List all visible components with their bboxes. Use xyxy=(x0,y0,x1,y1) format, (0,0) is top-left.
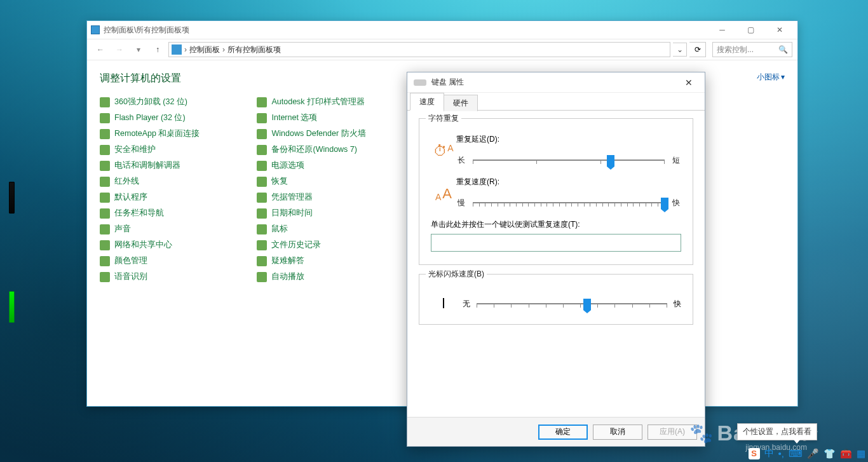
ok-button[interactable]: 确定 xyxy=(538,425,588,440)
item-icon xyxy=(100,113,110,123)
up-button[interactable]: ↑ xyxy=(149,41,166,58)
address-history-dropdown[interactable]: ⌄ xyxy=(673,43,687,57)
repeat-rate-slider[interactable] xyxy=(473,195,665,210)
control-panel-item[interactable]: 凭据管理器 xyxy=(257,192,365,203)
item-icon xyxy=(257,193,267,203)
control-panel-item[interactable]: 恢复 xyxy=(257,176,365,187)
item-icon xyxy=(257,177,267,187)
item-label: 备份和还原(Windows 7) xyxy=(271,144,356,155)
tray-person-icon[interactable]: 👕 xyxy=(824,448,836,459)
item-label: 日期和时间 xyxy=(271,208,313,219)
control-panel-item[interactable]: 疑难解答 xyxy=(257,255,365,266)
item-icon xyxy=(257,97,267,107)
item-label: 电话和调制解调器 xyxy=(114,160,180,171)
keyboard-properties-dialog: 键盘 属性 ✕ 速度 硬件 字符重复 ⏱A 重复延迟(D): 长 xyxy=(407,72,705,447)
control-panel-item[interactable]: Autodesk 打印样式管理器 xyxy=(257,97,365,107)
item-label: 默认程序 xyxy=(114,192,147,203)
control-panel-item[interactable]: 红外线 xyxy=(100,176,200,187)
control-panel-item[interactable]: Windows Defender 防火墙 xyxy=(257,128,365,139)
control-panel-item[interactable]: 鼠标 xyxy=(257,224,365,234)
item-label: 鼠标 xyxy=(271,224,288,234)
cursor-blink-slider[interactable] xyxy=(477,296,667,311)
item-icon xyxy=(100,161,110,171)
address-bar[interactable]: › 控制面板 › 所有控制面板项 xyxy=(168,42,670,57)
control-panel-item[interactable]: 日期和时间 xyxy=(257,208,365,219)
cancel-button[interactable]: 取消 xyxy=(593,425,642,440)
tray-punct-icon[interactable]: •, xyxy=(778,448,784,459)
system-tray: S 中 •, ⌨ 🎤 👕 🧰 ▦ xyxy=(749,447,865,459)
item-icon xyxy=(100,193,110,203)
item-icon xyxy=(257,113,267,123)
recent-dropdown[interactable]: ▾ xyxy=(130,41,147,58)
tray-keyboard-icon[interactable]: ⌨ xyxy=(789,448,803,459)
item-icon xyxy=(257,161,267,171)
item-icon xyxy=(257,145,267,155)
test-repeat-input[interactable] xyxy=(431,234,681,252)
desktop-gadget-cpu xyxy=(9,182,15,214)
items-column-1: 360强力卸载 (32 位)Flash Player (32 位)RemoteA… xyxy=(100,97,200,282)
close-button[interactable]: ✕ xyxy=(765,21,794,39)
item-icon xyxy=(257,129,267,139)
control-panel-item[interactable]: 语音识别 xyxy=(100,271,200,282)
test-repeat-label: 单击此处并按住一个键以便测试重复速度(T): xyxy=(431,219,681,230)
slider-max-label: 快 xyxy=(671,198,681,208)
tab-hardware[interactable]: 硬件 xyxy=(444,95,478,111)
tab-speed[interactable]: 速度 xyxy=(410,93,444,111)
control-panel-item[interactable]: 自动播放 xyxy=(257,271,365,282)
item-label: 360强力卸载 (32 位) xyxy=(114,97,187,107)
item-icon xyxy=(100,97,110,107)
dialog-close-button[interactable]: ✕ xyxy=(679,78,698,88)
item-icon xyxy=(257,256,267,266)
maximize-button[interactable]: ▢ xyxy=(736,21,765,39)
item-icon xyxy=(257,272,267,282)
search-placeholder: 搜索控制... xyxy=(717,44,754,55)
item-label: 颜色管理 xyxy=(114,255,147,266)
item-label: RemoteApp 和桌面连接 xyxy=(114,128,200,139)
ime-language-icon[interactable]: 中 xyxy=(764,447,774,459)
cursor-preview xyxy=(431,298,456,310)
tray-tools-icon[interactable]: 🧰 xyxy=(840,448,852,459)
item-label: 任务栏和导航 xyxy=(114,208,164,219)
breadcrumb[interactable]: 控制面板 xyxy=(187,44,222,55)
ime-tooltip[interactable]: 个性设置，点我看看 xyxy=(737,423,817,440)
item-icon xyxy=(100,208,110,219)
title-bar[interactable]: 控制面板\所有控制面板项 ─ ▢ ✕ xyxy=(87,21,797,39)
control-panel-item[interactable]: 文件历史记录 xyxy=(257,240,365,250)
ime-indicator-icon[interactable]: S xyxy=(749,448,760,459)
repeat-delay-slider[interactable] xyxy=(473,153,665,168)
control-panel-item[interactable]: 安全和维护 xyxy=(100,144,200,155)
control-panel-item[interactable]: 备份和还原(Windows 7) xyxy=(257,144,365,155)
back-button[interactable]: ← xyxy=(92,41,109,58)
view-mode-selector[interactable]: 小图标 xyxy=(757,72,785,83)
search-input[interactable]: 搜索控制... 🔍 xyxy=(712,42,792,57)
minimize-button[interactable]: ─ xyxy=(708,21,736,39)
control-panel-item[interactable]: 电源选项 xyxy=(257,160,365,171)
dialog-title-bar[interactable]: 键盘 属性 ✕ xyxy=(407,72,705,93)
control-panel-item[interactable]: 默认程序 xyxy=(100,192,200,203)
control-panel-item[interactable]: 电话和调制解调器 xyxy=(100,160,200,171)
control-panel-item[interactable]: 声音 xyxy=(100,224,200,234)
repeat-delay-label: 重复延迟(D): xyxy=(456,134,681,145)
control-panel-item[interactable]: RemoteApp 和桌面连接 xyxy=(100,128,200,139)
repeat-rate-icon: AA xyxy=(431,186,456,202)
control-panel-item[interactable]: 360强力卸载 (32 位) xyxy=(100,97,200,107)
item-label: 凭据管理器 xyxy=(271,192,313,203)
control-panel-item[interactable]: Internet 选项 xyxy=(257,112,365,123)
control-panel-item[interactable]: 任务栏和导航 xyxy=(100,208,200,219)
item-label: 疑难解答 xyxy=(271,255,304,266)
item-label: 语音识别 xyxy=(114,271,147,282)
forward-button[interactable]: → xyxy=(111,41,128,58)
breadcrumb[interactable]: 所有控制面板项 xyxy=(225,44,283,55)
apply-button[interactable]: 应用(A) xyxy=(648,425,697,440)
control-panel-item[interactable]: 颜色管理 xyxy=(100,255,200,266)
group-label: 光标闪烁速度(B) xyxy=(426,269,487,280)
item-label: 网络和共享中心 xyxy=(114,240,172,250)
item-label: Windows Defender 防火墙 xyxy=(271,128,365,139)
control-panel-item[interactable]: Flash Player (32 位) xyxy=(100,112,200,123)
tray-grid-icon[interactable]: ▦ xyxy=(857,448,865,459)
control-panel-item[interactable]: 网络和共享中心 xyxy=(100,240,200,250)
tray-mic-icon[interactable]: 🎤 xyxy=(807,448,819,459)
item-icon xyxy=(257,208,267,219)
refresh-button[interactable]: ⟳ xyxy=(689,42,706,57)
repeat-rate-label: 重复速度(R): xyxy=(456,177,681,187)
